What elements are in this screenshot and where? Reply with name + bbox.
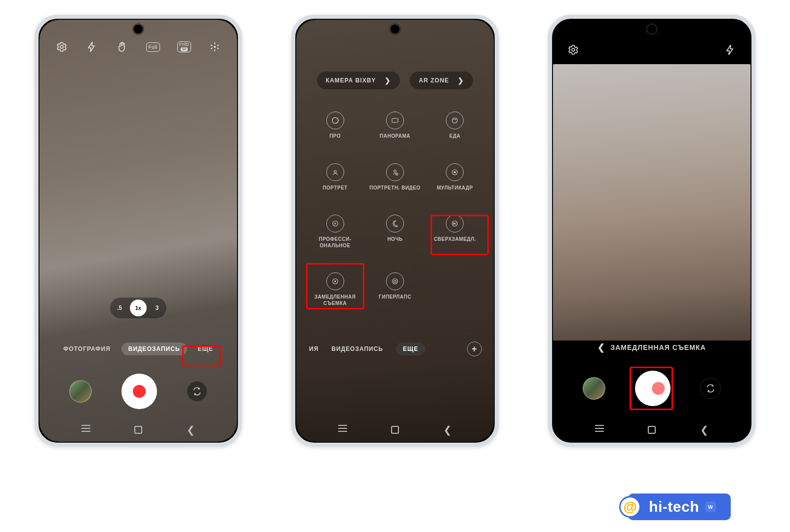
pill-arzone-label: AR ZONE <box>419 77 449 84</box>
mode-label: ПОРТРЕТ <box>322 185 348 191</box>
mode-hyperlapse[interactable]: ГИПЕРЛАПС <box>365 269 425 309</box>
mode-strip[interactable]: ФОТОГРАФИЯ ВИДЕОЗАПИСЬ ЕЩЕ <box>40 342 237 355</box>
gallery-thumbnail[interactable] <box>583 377 605 400</box>
nav-recents-icon[interactable] <box>338 428 347 432</box>
resolution-fhd30-icon[interactable]: FHD 30 <box>177 41 191 52</box>
mode-portrait[interactable]: ПОРТРЕТ <box>305 160 365 194</box>
pro-video-icon <box>326 215 344 232</box>
nav-back-icon[interactable]: ❮ <box>443 424 452 436</box>
switch-camera-button[interactable] <box>700 378 721 399</box>
mode-label: ПРОФЕССИ-ОНАЛЬНОЕ <box>306 236 364 249</box>
camera-notch <box>391 25 399 34</box>
phone-screenshot-2: КАМЕРА BIXBY ❯ AR ZONE ❯ ПРО ПАНОРАМА ЕД… <box>291 15 499 447</box>
mode-video-active[interactable]: ВИДЕОЗАПИСЬ <box>121 342 187 355</box>
chevron-left-icon[interactable]: ❮ <box>597 342 605 353</box>
mode-label: ГИПЕРЛАПС <box>379 294 411 301</box>
flash-icon[interactable] <box>85 40 98 53</box>
svg-point-4 <box>334 170 336 173</box>
camera-top-toolbar <box>553 43 750 56</box>
food-icon <box>446 112 464 129</box>
nav-back-icon[interactable]: ❮ <box>700 424 709 436</box>
svg-point-1 <box>214 46 216 48</box>
hyperlapse-icon <box>386 272 404 290</box>
settings-icon[interactable] <box>55 40 68 53</box>
watermark-badge: @ hi-tech w <box>628 494 731 520</box>
camera-notch <box>134 25 143 34</box>
mode-slowmo[interactable]: ЗАМЕДЛЕННАЯ СЪЕМКА <box>305 269 365 309</box>
nav-back-icon[interactable]: ❮ <box>187 424 195 436</box>
nav-home-icon[interactable] <box>134 426 142 434</box>
mode-title[interactable]: ❮ ЗАМЕДЛЕННАЯ СЪЕМКА <box>553 342 750 353</box>
panorama-icon <box>386 112 404 129</box>
record-dot-ghost-icon <box>652 382 665 395</box>
mode-label: ПРО <box>329 133 341 140</box>
nav-home-icon[interactable] <box>391 426 399 434</box>
mode-truncated[interactable]: ИЯ <box>309 345 318 352</box>
svg-point-15 <box>393 279 398 284</box>
mode-more[interactable]: ЕЩЕ <box>198 345 213 352</box>
mode-more-active[interactable]: ЕЩЕ <box>396 342 425 355</box>
android-navbar: ❮ <box>553 424 750 436</box>
chevron-right-icon: ❯ <box>458 76 464 84</box>
mode-strip[interactable]: ИЯ ВИДЕОЗАПИСЬ ЕЩЕ + <box>296 342 494 355</box>
pill-arzone[interactable]: AR ZONE ❯ <box>410 72 473 89</box>
nav-recents-icon[interactable] <box>595 428 604 432</box>
switch-camera-button[interactable] <box>187 381 207 402</box>
mode-photo[interactable]: ФОТОГРАФИЯ <box>63 345 111 352</box>
pro-icon <box>326 112 344 129</box>
super-slowmo-icon <box>446 215 464 232</box>
mode-label: СВЕРХЗАМЕДЛ. <box>434 236 476 243</box>
mode-food[interactable]: ЕДА <box>425 109 485 143</box>
aspect-full-icon[interactable]: Full <box>146 42 160 52</box>
mode-pro[interactable]: ПРО <box>305 109 365 143</box>
add-mode-button[interactable]: + <box>467 342 482 356</box>
android-navbar: ❮ <box>296 424 494 436</box>
mode-panorama[interactable]: ПАНОРАМА <box>365 109 425 143</box>
mode-slowmo-title: ЗАМЕДЛЕННАЯ СЪЕМКА <box>610 343 706 351</box>
slowmo-icon <box>326 272 344 290</box>
svg-point-0 <box>60 45 63 48</box>
mode-video[interactable]: ВИДЕОЗАПИСЬ <box>331 345 383 352</box>
zoom-3[interactable]: 3 <box>150 304 164 311</box>
shutter-button[interactable] <box>635 371 671 406</box>
nav-recents-icon[interactable] <box>81 428 90 432</box>
more-modes-grid: ПРО ПАНОРАМА ЕДА ПОРТРЕТ ПОРТРЕТН. ВИДЕО… <box>296 109 494 309</box>
nav-home-icon[interactable] <box>648 426 656 434</box>
pill-bixby[interactable]: КАМЕРА BIXBY ❯ <box>317 72 400 89</box>
svg-point-12 <box>455 223 457 225</box>
android-navbar: ❮ <box>40 424 237 436</box>
zoom-selector[interactable]: .5 1x 3 <box>110 298 166 318</box>
record-dot-icon <box>133 385 146 398</box>
gallery-thumbnail[interactable] <box>69 380 92 403</box>
mode-pro-video[interactable]: ПРОФЕССИ-ОНАЛЬНОЕ <box>305 212 365 252</box>
aspect-full-label: Full <box>149 44 158 50</box>
mode-label: НОЧЬ <box>387 236 402 243</box>
portrait-video-icon <box>386 163 404 181</box>
watermark-text: hi-tech <box>649 498 699 515</box>
multiframe-icon <box>446 163 464 181</box>
mode-label: МУЛЬТИКАДР <box>437 185 473 191</box>
shutter-button[interactable] <box>121 374 157 409</box>
svg-point-14 <box>334 280 336 282</box>
mode-super-slowmo[interactable]: СВЕРХЗАМЕДЛ. <box>425 212 485 252</box>
mode-night[interactable]: НОЧЬ <box>365 212 425 252</box>
flash-icon[interactable] <box>724 43 737 56</box>
zoom-1x-active[interactable]: 1x <box>130 300 147 316</box>
bottom-controls <box>553 371 750 406</box>
fhd-label-bottom: 30 <box>181 47 188 51</box>
filters-icon[interactable] <box>208 40 221 53</box>
mode-label: ЗАМЕДЛЕННАЯ СЪЕМКА <box>306 294 364 306</box>
mode-multiframe[interactable]: МУЛЬТИКАДР <box>425 160 485 194</box>
night-icon <box>386 215 404 232</box>
camera-notch <box>647 25 656 34</box>
camera-top-toolbar: Full FHD 30 <box>40 40 237 53</box>
vk-icon: w <box>705 501 716 512</box>
settings-icon[interactable] <box>567 43 580 56</box>
phone-screenshot-1: Full FHD 30 .5 1x 3 ФОТОГРАФИЯ ВИДЕОЗАПИ… <box>35 15 242 447</box>
camera-viewfinder <box>553 64 750 341</box>
zoom-0-5[interactable]: .5 <box>112 304 127 311</box>
at-icon: @ <box>619 496 641 518</box>
fhd-label-top: FHD <box>179 42 189 47</box>
mode-portrait-video[interactable]: ПОРТРЕТН. ВИДЕО <box>365 160 425 194</box>
palm-gesture-icon[interactable] <box>116 40 128 53</box>
